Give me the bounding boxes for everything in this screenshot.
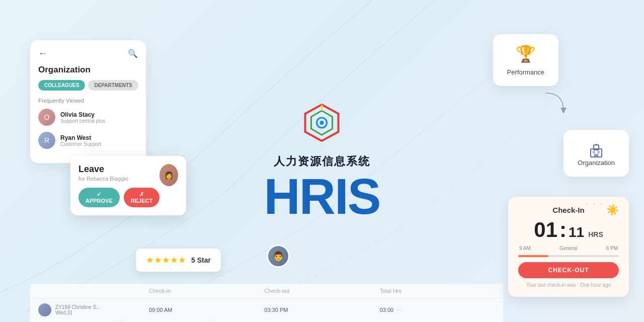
checkin-hours: 01 <box>534 219 557 240</box>
person-role-olivia: Support central plus <box>60 118 105 124</box>
performance-card: 🏆 Performance <box>493 34 558 86</box>
card-header: ← 🔍 <box>38 48 138 59</box>
row-checkout-time: 03:30 PM <box>264 307 379 313</box>
schedule-end: 6 PM <box>606 246 618 251</box>
decorative-dots: ✦ ✦ ✦ <box>585 202 605 207</box>
organization-label: Organization <box>578 159 615 167</box>
col-total: Total Hrs <box>380 288 495 294</box>
logo-icon <box>299 101 345 146</box>
avatar-olivia: O <box>38 109 55 126</box>
col-checkout: Check-out <box>264 288 379 294</box>
organization-card-area: Organization <box>564 85 629 177</box>
bottom-table: Check-in Check-out Total Hrs ZY198 Chris… <box>30 284 503 322</box>
leave-actions: ✓ APPROVE ✗ REJECT <box>78 188 159 207</box>
person-item-olivia: O Olivia Stacy Support central plus <box>38 109 138 126</box>
employee-id: ZY198 Christine S... <box>55 304 101 310</box>
row-total-time: 03:00 <box>380 307 394 313</box>
building-icon <box>587 140 606 159</box>
table-employee-cell: ZY198 Christine S... Wed,31 <box>38 303 149 316</box>
freq-label: Frequently Viewed <box>38 98 138 104</box>
schedule-progress-fill <box>518 255 548 257</box>
schedule-type: General <box>559 246 578 251</box>
male-avatar: 👨 <box>267 245 290 268</box>
schedule-start: 9 AM <box>519 246 531 251</box>
row-total-cell: 03:00 ⋯ <box>380 306 495 314</box>
checkin-minutes: 11 <box>569 225 584 239</box>
title-hris: HRIS <box>264 171 380 221</box>
tab-group: COLLEAGUES DEPARTMENTS <box>38 80 138 91</box>
svg-rect-8 <box>593 151 595 153</box>
checkin-title: Check-In <box>518 206 619 214</box>
leave-card: Leave for Rebacca Biaggio ✓ APPROVE ✗ RE… <box>70 156 186 215</box>
table-row: ZY198 Christine S... Wed,31 09:00 AM 03:… <box>30 298 503 322</box>
person-name-olivia: Olivia Stacy <box>60 111 105 118</box>
checkin-colon: : <box>559 219 567 240</box>
checkin-time-display: 01 : 11 HRS <box>518 219 619 240</box>
employee-date: Wed,31 <box>55 310 101 315</box>
svg-point-3 <box>320 121 324 125</box>
tab-departments[interactable]: DEPARTMENTS <box>88 80 138 91</box>
trophy-icon: 🏆 <box>516 44 536 63</box>
row-checkin-time: 09:00 AM <box>149 307 264 313</box>
org-title: Organization <box>38 65 138 75</box>
col-checkin: Check-in <box>149 288 264 294</box>
schedule-progress-bar <box>518 255 619 257</box>
svg-rect-9 <box>597 151 600 153</box>
stars-display: ★★★★★ <box>146 255 186 266</box>
more-icon[interactable]: ⋯ <box>396 306 404 314</box>
rating-label: 5 Star <box>191 256 211 264</box>
approve-button[interactable]: ✓ APPROVE <box>78 188 120 207</box>
reject-button[interactable]: ✗ REJECT <box>124 188 159 207</box>
leave-title: Leave <box>78 164 159 175</box>
checkin-card: Check-In ☀️ ✦ ✦ ✦ 01 : 11 HRS 9 AM Gener… <box>508 197 629 297</box>
performance-label: Performance <box>507 68 544 76</box>
table-header: Check-in Check-out Total Hrs <box>30 284 503 298</box>
col-employee <box>38 288 149 294</box>
leave-person-avatar: 👩 <box>159 164 178 186</box>
leave-for: for Rebacca Biaggio <box>78 176 159 182</box>
sun-icon: ☀️ <box>606 204 619 216</box>
performance-card-area: 🏆 Performance <box>493 34 558 86</box>
checkout-button[interactable]: CHECK-OUT <box>518 262 619 278</box>
organization-card-left: ← 🔍 Organization COLLEAGUES DEPARTMENTS … <box>30 40 146 163</box>
checkin-hrs-label: HRS <box>588 230 603 238</box>
organization-module-card: Organization <box>564 130 629 177</box>
person-role-ryan: Customer Support <box>60 141 101 147</box>
tab-colleagues[interactable]: COLLEAGUES <box>38 80 85 91</box>
checkin-schedule: 9 AM General 6 PM <box>518 246 619 251</box>
last-checkin-text: Your last check-in was : One hour ago <box>518 282 619 288</box>
search-icon[interactable]: 🔍 <box>128 49 138 58</box>
male-avatar-overlay: 👨 <box>267 245 290 268</box>
employee-avatar <box>38 303 51 316</box>
person-item-ryan: R Ryan West Customer Support <box>38 132 138 149</box>
avatar-ryan: R <box>38 132 55 149</box>
center-branding: 人力资源信息系统 HRIS <box>264 101 380 221</box>
svg-rect-10 <box>594 154 598 157</box>
back-icon[interactable]: ← <box>38 48 47 59</box>
person-name-ryan: Ryan West <box>60 134 101 141</box>
subtitle-cn: 人力资源信息系统 <box>274 154 370 169</box>
rating-strip: ★★★★★ 5 Star <box>136 249 221 272</box>
